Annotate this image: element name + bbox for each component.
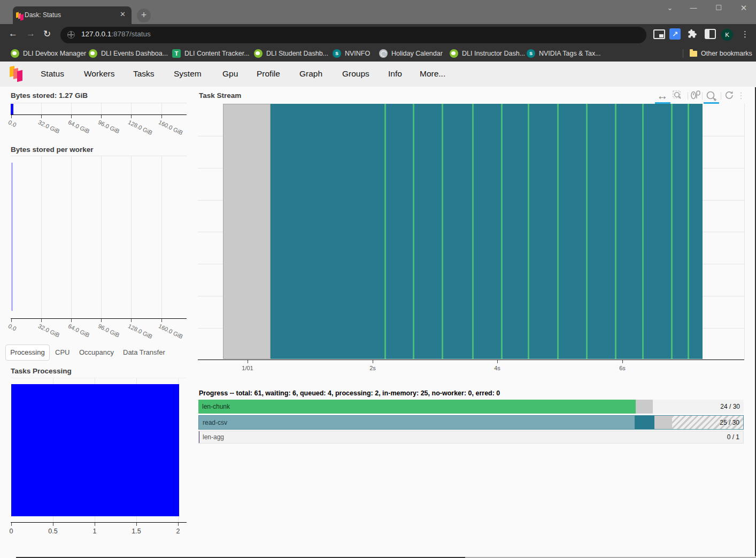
sharepoint-icon: s	[333, 49, 341, 58]
bookmark-nvinfo[interactable]: sNVINFO	[333, 48, 370, 59]
tab-data-transfer[interactable]: Data Transfer	[123, 348, 165, 356]
tasks-processing-title: Tasks Processing	[11, 367, 72, 375]
len-chunk-label: len-chunk	[202, 403, 230, 410]
task-stream-title: Task Stream	[199, 91, 241, 100]
read-csv-count: 25 / 30	[720, 419, 739, 426]
tab-processing[interactable]: Processing	[5, 345, 50, 361]
globe-icon	[379, 49, 388, 58]
site-info-icon[interactable]	[67, 31, 75, 39]
picture-in-picture-icon[interactable]	[653, 29, 665, 39]
bytes-per-worker-title: Bytes stored per worker	[11, 146, 94, 154]
read-csv-label: read-csv	[203, 419, 227, 426]
nvidia-icon	[89, 49, 97, 58]
browser-menu-icon[interactable]: ⋮	[741, 29, 749, 39]
window-maximize-icon[interactable]: ☐	[714, 4, 723, 12]
reload-icon[interactable]: ↻	[43, 28, 51, 40]
extensions-puzzle-icon[interactable]	[688, 29, 697, 39]
nav-profile[interactable]: Profile	[257, 69, 280, 79]
pan-tool-icon[interactable]: ↔	[657, 90, 668, 102]
task-boundary-stripe	[671, 104, 673, 359]
len-agg-started	[198, 431, 199, 443]
len-agg-count: 0 / 1	[727, 433, 739, 441]
browser-toolbar: ← → ↻ 127.0.0.1:8787/status ↗ K ⋮	[0, 24, 756, 45]
task-stream-chart[interactable]	[198, 103, 745, 360]
task-boundary-stripe	[642, 104, 644, 359]
tab-cpu[interactable]: CPU	[55, 348, 70, 356]
progress-bar-len-agg[interactable]: len-agg 0 / 1	[198, 431, 744, 444]
task-boundary-stripe	[615, 104, 616, 359]
tab-close-icon[interactable]: ✕	[120, 10, 126, 18]
nav-workers[interactable]: Workers	[84, 69, 114, 79]
share-screen-icon[interactable]: ↗	[669, 28, 681, 40]
tasks-processing-chart[interactable]	[11, 378, 187, 523]
progress-bar-read-csv[interactable]: read-csv 25 / 30	[198, 415, 744, 430]
nav-status[interactable]: Status	[41, 69, 64, 79]
bookmark-holiday-calendar[interactable]: Holiday Calendar	[379, 48, 443, 59]
bookmark-dli-devbox-manager[interactable]: DLI Devbox Manager	[11, 48, 86, 59]
progress-bar-len-chunk[interactable]: len-chunk 24 / 30	[198, 400, 744, 414]
window-titlebar: Dask: Status ✕ + ⌄ — ☐ ✕	[0, 0, 756, 24]
reset-tool-icon[interactable]	[723, 90, 735, 102]
bytes-stored-chart[interactable]	[11, 103, 187, 115]
forward-icon[interactable]: →	[26, 28, 35, 39]
tab-occupancy[interactable]: Occupancy	[79, 348, 114, 356]
task-boundary-stripe	[472, 104, 474, 359]
bookmarks-separator	[683, 49, 683, 58]
side-panel-icon[interactable]	[705, 29, 716, 39]
bytes-stored-title: Bytes stored: 1.27 GiB	[11, 91, 88, 100]
bookmarks-bar: DLI Devbox Manager DLI Events Dashboa...…	[0, 45, 756, 62]
len-chunk-queued	[636, 400, 653, 414]
bookmark-dli-student-dashboard[interactable]: DLI Student Dashb...	[254, 48, 328, 59]
task-boundary-stripe	[528, 104, 529, 359]
tasks-processing-bar	[11, 384, 179, 516]
nav-more[interactable]: More...	[420, 69, 445, 79]
new-tab-button[interactable]: +	[137, 9, 151, 22]
read-csv-memory	[199, 416, 635, 429]
back-icon[interactable]: ←	[9, 28, 18, 39]
bookmark-dli-instructor-dashboard[interactable]: DLI Instructor Dash...	[450, 48, 525, 59]
bokeh-menu-icon[interactable]: ⋮	[735, 90, 747, 102]
nav-graph[interactable]: Graph	[299, 69, 322, 79]
task-boundary-stripe	[688, 104, 689, 359]
wheel-zoom-tool-icon[interactable]	[690, 90, 702, 102]
nav-tasks[interactable]: Tasks	[133, 69, 155, 79]
task-boundary-stripe	[586, 104, 588, 359]
read-csv-processing	[635, 416, 654, 429]
task-boundary-stripe	[501, 104, 503, 359]
box-zoom-tool-icon[interactable]	[672, 90, 684, 102]
avatar[interactable]: K	[721, 29, 733, 41]
len-chunk-count: 24 / 30	[720, 403, 740, 410]
tab-title: Dask: Status	[25, 11, 61, 19]
dask-logo	[10, 65, 25, 82]
progress-title: Progress -- total: 61, waiting: 6, queue…	[199, 389, 500, 397]
bookmark-dli-content-tracker[interactable]: TDLI Content Tracker...	[172, 48, 250, 59]
bookmark-nvidia-tags[interactable]: sNVIDIA Tags & Tax...	[527, 48, 601, 59]
tracker-icon: T	[172, 49, 181, 58]
nav-info[interactable]: Info	[388, 69, 402, 79]
dask-navbar: Status Workers Tasks System Gpu Profile …	[0, 62, 756, 87]
read-csv-queued	[654, 416, 672, 429]
nav-groups[interactable]: Groups	[342, 69, 369, 79]
task-boundary-stripe	[557, 104, 559, 359]
nav-system[interactable]: System	[174, 69, 202, 79]
dask-favicon	[16, 11, 25, 20]
nvidia-icon	[450, 49, 458, 58]
bytes-per-worker-chart[interactable]	[11, 156, 187, 319]
window-chevron-icon[interactable]: ⌄	[666, 4, 674, 12]
task-boundary-stripe	[442, 104, 443, 359]
len-chunk-done	[198, 400, 636, 414]
zoom-in-tool-icon[interactable]	[705, 90, 717, 102]
task-stream-idle-band	[223, 104, 271, 359]
browser-tab[interactable]: Dask: Status ✕	[13, 6, 132, 24]
window-minimize-icon[interactable]: —	[689, 4, 698, 12]
nav-gpu[interactable]: Gpu	[222, 69, 238, 79]
browser-window: Dask: Status ✕ + ⌄ — ☐ ✕ ← → ↻ 127.0.0.1…	[0, 0, 756, 558]
url-host: 127.0.0.1	[81, 30, 111, 38]
bookmark-dli-events-dashboard[interactable]: DLI Events Dashboa...	[89, 48, 168, 59]
task-boundary-stripe	[413, 104, 414, 359]
url-text: 127.0.0.1:8787/status	[81, 30, 151, 38]
task-boundary-stripe	[384, 104, 386, 359]
window-close-icon[interactable]: ✕	[739, 4, 748, 12]
other-bookmarks[interactable]: Other bookmarks	[690, 48, 752, 59]
len-agg-label: len-agg	[203, 433, 224, 441]
